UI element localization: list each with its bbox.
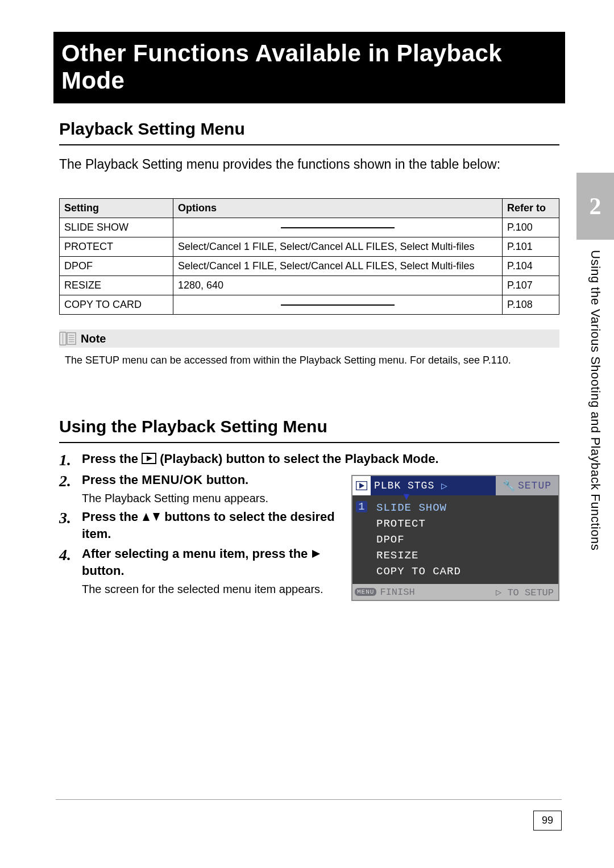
down-arrow-icon: ▼ [401,491,412,503]
menu-item-resize: RESIZE [371,548,558,564]
step-title: After selecting a menu item, press the b… [82,546,349,579]
svg-rect-1 [67,333,76,345]
cell-refer: P.107 [503,276,559,295]
cell-options: 1280, 640 [173,276,503,295]
footer-rule [56,799,562,800]
tab-plbk-stgs: PLBK STGS ▷ [371,476,496,495]
menu-item-copy-to-card: COPY TO CARD [371,564,558,579]
table-row: COPY TO CARD P.108 [60,295,559,315]
cell-refer: P.104 [503,257,559,276]
note-block: Note The SETUP menu can be accessed from… [59,329,559,367]
th-refer: Refer to [503,199,559,218]
svg-marker-9 [153,513,160,521]
svg-marker-7 [147,456,152,461]
note-header: Note [59,329,559,348]
tab-setup: 🔧SETUP [496,476,558,495]
step-1: 1. Press the (Playback) button to select… [59,451,559,469]
settings-table: Setting Options Refer to SLIDE SHOW P.10… [59,198,559,315]
page-indicator: 1 [352,500,371,579]
cell-options [173,295,503,315]
step-title: Press the MENU/OK button. [82,472,349,489]
svg-marker-12 [359,483,364,489]
up-down-arrows-icon [142,510,161,527]
title-bar: Other Functions Available in Playback Mo… [53,32,565,103]
camera-screen-illustration: PLBK STGS ▷ 🔧SETUP ▼ 1 SLIDE SHOW PROTEC… [351,475,559,601]
chapter-tab: 2 [576,173,614,240]
note-icon [59,331,76,346]
table-row: PROTECT Select/Cancel 1 FILE, Select/Can… [60,237,559,257]
dash-icon [281,227,395,228]
step-title: Press the (Playback) button to select th… [82,451,559,469]
right-arrow-icon [311,547,321,564]
step-number: 2. [59,472,76,489]
step-number: 1. [59,451,76,468]
svg-marker-8 [143,513,150,521]
cell-refer: P.100 [503,218,559,237]
playback-icon [352,476,371,495]
step-number: 4. [59,546,76,563]
wrench-icon: 🔧 [503,479,516,492]
note-body: The SETUP menu can be accessed from with… [65,353,559,367]
step-title: Press the buttons to select the desired … [82,509,349,542]
playback-icon [142,452,156,469]
cell-options: Select/Cancel 1 FILE, Select/Cancel ALL … [173,257,503,276]
step-number: 3. [59,509,76,526]
section-heading-playback: Playback Setting Menu [59,119,559,145]
cell-options [173,218,503,237]
table-row: RESIZE 1280, 640 P.107 [60,276,559,295]
menu-ok-label: MENU/OK [142,473,202,487]
illus-bottom-bar: MENU FINISH ▷ TO SETUP [352,584,558,600]
th-options: Options [173,199,503,218]
illus-list: 1 SLIDE SHOW PROTECT DPOF RESIZE COPY TO… [352,495,558,584]
chapter-number: 2 [590,193,601,220]
section-intro: The Playback Setting menu provides the f… [59,156,559,173]
table-row: DPOF Select/Cancel 1 FILE, Select/Cancel… [60,257,559,276]
manual-page: Other Functions Available in Playback Mo… [0,0,614,868]
bottom-left-label: FINISH [380,587,496,598]
menu-item-dpof: DPOF [371,532,558,548]
cell-setting: COPY TO CARD [60,295,173,315]
menu-item-slide-show: SLIDE SHOW [371,500,558,516]
menu-chip: MENU [355,588,376,596]
cell-setting: DPOF [60,257,173,276]
chapter-title-vertical: Using the Various Shooting and Playback … [588,250,601,625]
step-desc: The screen for the selected menu item ap… [82,582,349,596]
step-desc: The Playback Setting menu appears. [82,491,349,506]
chevron-right-icon: ▷ [441,479,448,492]
section-heading-using: Using the Playback Setting Menu [59,417,559,443]
cell-refer: P.108 [503,295,559,315]
table-row: SLIDE SHOW P.100 [60,218,559,237]
cell-options: Select/Cancel 1 FILE, Select/Cancel ALL … [173,237,503,257]
page-title: Other Functions Available in Playback Mo… [61,40,556,94]
th-setting: Setting [60,199,173,218]
bottom-right-label: ▷ TO SETUP [496,586,558,598]
cell-refer: P.101 [503,237,559,257]
table-header-row: Setting Options Refer to [60,199,559,218]
settings-table-wrap: Setting Options Refer to SLIDE SHOW P.10… [59,198,559,315]
steps-wrap: 1. Press the (Playback) button to select… [59,451,559,596]
menu-item-protect: PROTECT [371,516,558,532]
cell-setting: RESIZE [60,276,173,295]
cell-setting: PROTECT [60,237,173,257]
illus-tabs: PLBK STGS ▷ 🔧SETUP [352,476,558,495]
note-label: Note [81,332,106,345]
cell-setting: SLIDE SHOW [60,218,173,237]
svg-marker-10 [312,550,320,558]
page-number: 99 [533,811,562,831]
dash-icon [281,304,395,306]
